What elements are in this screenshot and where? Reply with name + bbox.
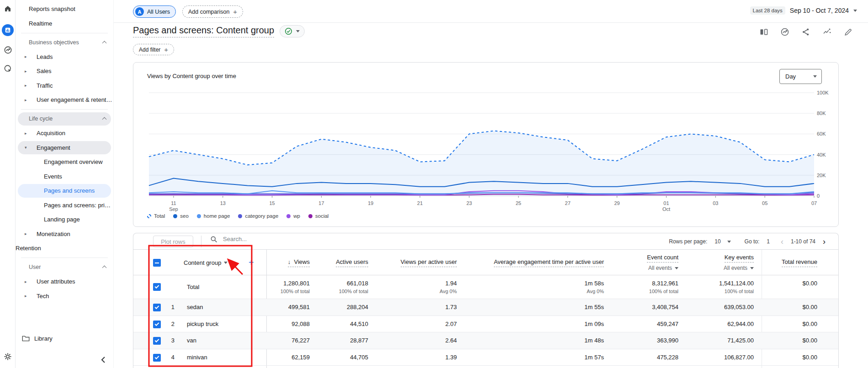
row-cell: 28,877 xyxy=(350,332,368,349)
item-label: Realtime xyxy=(29,20,52,27)
collapse-sidebar-icon[interactable] xyxy=(101,356,107,365)
sidebar-item-engagement-overview[interactable]: Engagement overview xyxy=(16,155,113,169)
customize-report-pencil-icon[interactable] xyxy=(844,28,852,37)
sidebar-item-traffic[interactable]: ▸Traffic xyxy=(16,79,113,93)
svg-text:17: 17 xyxy=(318,200,324,206)
page-range-label: 1-10 of 74 xyxy=(791,238,815,245)
svg-text:Oct: Oct xyxy=(662,206,670,212)
reports-icon[interactable] xyxy=(0,24,16,36)
total-cell: $0.00 xyxy=(802,280,817,287)
metric-filter-select[interactable]: All events xyxy=(724,265,754,271)
sidebar-item-landing-page[interactable]: Landing page xyxy=(16,212,113,227)
row-checkbox[interactable] xyxy=(153,321,161,328)
sidebar-item-monetization[interactable]: ▸Monetization xyxy=(16,227,113,242)
sidebar-item-business-objectives[interactable]: Business objectives xyxy=(16,35,113,50)
sidebar-item-tech[interactable]: ▸Tech xyxy=(16,289,113,304)
date-range-picker[interactable]: Last 28 days Sep 10 - Oct 7, 2024 xyxy=(750,6,857,15)
add-comparison-button[interactable]: Add comparison + xyxy=(182,5,243,18)
sidebar-item-library[interactable]: Library xyxy=(16,331,114,346)
item-label: Business objectives xyxy=(29,39,79,46)
chevron-collapsed-icon[interactable]: ▸ xyxy=(25,294,27,298)
add-filter-label: Add filter xyxy=(139,47,160,53)
sidebar-item-events[interactable]: Events xyxy=(16,169,113,184)
compare-reports-icon[interactable] xyxy=(759,27,768,37)
row-checkbox[interactable] xyxy=(153,283,161,291)
chevron-collapsed-icon[interactable]: ▸ xyxy=(25,54,27,59)
total-cell: 1m 58sAvg 0% xyxy=(584,280,604,294)
column-header-active-users[interactable]: Active users xyxy=(336,250,368,275)
sidebar-item-pages-and-screens[interactable]: Pages and screens xyxy=(16,184,113,198)
explore-icon[interactable] xyxy=(0,64,16,73)
table-header-row: Content group + ↓ ViewsActive usersViews… xyxy=(133,250,838,275)
chevron-expanded-icon[interactable]: ▾ xyxy=(25,145,27,150)
chevron-collapsed-icon[interactable]: ▸ xyxy=(25,98,27,102)
insights-circle-icon[interactable] xyxy=(780,27,789,37)
column-header-event-count[interactable]: Event countAll events xyxy=(647,250,678,275)
chevron-collapsed-icon[interactable]: ▸ xyxy=(25,279,27,284)
share-icon[interactable] xyxy=(801,27,810,37)
sidebar-item-life-cycle[interactable]: Life cycle xyxy=(16,112,113,126)
row-checkbox[interactable] xyxy=(153,354,161,362)
prev-page-icon[interactable]: ‹ xyxy=(781,237,783,246)
sidebar-divider xyxy=(21,258,108,258)
legend-item-home-page[interactable]: home page xyxy=(197,213,230,219)
rows-per-page-select[interactable]: 10 xyxy=(715,238,730,245)
add-dimension-button[interactable]: + xyxy=(249,250,254,275)
row-checkbox[interactable] xyxy=(153,304,161,311)
chevron-collapsed-icon[interactable]: ▸ xyxy=(25,83,27,88)
table-row-sedan[interactable]: 1sedan499,581288,2041.731m 55s3,408,7546… xyxy=(133,299,838,316)
go-to-input[interactable]: 1 xyxy=(767,238,770,245)
legend-item-seo[interactable]: seo xyxy=(173,213,189,219)
insights-sparkline-icon[interactable] xyxy=(822,27,832,37)
line-chart-plot: 100K80K60K40K20K011Sep131517192123252729… xyxy=(133,63,839,227)
plot-rows-button[interactable]: Plot rows xyxy=(153,236,193,247)
home-icon[interactable] xyxy=(0,5,16,13)
row-cell: 1.39 xyxy=(445,349,457,366)
legend-item-category-page[interactable]: category page xyxy=(238,213,278,219)
chevron-up-icon[interactable] xyxy=(102,266,107,270)
svg-text:21: 21 xyxy=(417,200,423,206)
row-cell: $0.00 xyxy=(802,299,817,315)
sidebar-item-reports-snapshot[interactable]: Reports snapshot xyxy=(16,2,113,16)
sidebar-item-realtime[interactable]: Realtime xyxy=(16,16,113,31)
all-users-segment-pill[interactable]: A All Users xyxy=(133,5,176,18)
sidebar-item-pages-and-screens-primar[interactable]: Pages and screens: primar... xyxy=(16,198,113,213)
chevron-collapsed-icon[interactable]: ▸ xyxy=(25,69,27,74)
sidebar-item-engagement[interactable]: ▾Engagement xyxy=(16,141,113,155)
column-header-views-per-active-user[interactable]: Views per active user xyxy=(401,250,457,275)
next-page-icon[interactable]: › xyxy=(823,237,826,246)
date-preset-badge: Last 28 days xyxy=(750,6,785,15)
sidebar-item-user-engagement-retention[interactable]: ▸User engagement & retention xyxy=(16,93,113,107)
table-row-van[interactable]: 3van76,22728,8772.641m 48s363,99071,425.… xyxy=(133,332,838,349)
metric-filter-select[interactable]: All events xyxy=(648,265,678,271)
sidebar-item-acquisition[interactable]: ▸Acquisition xyxy=(16,126,113,141)
sidebar-item-user-attributes[interactable]: ▸User attributes xyxy=(16,274,113,289)
chevron-up-icon[interactable] xyxy=(102,41,107,45)
table-row-minivan[interactable]: 4minivan62,15944,7051.391m 57s475,228106… xyxy=(133,349,838,366)
legend-item-total[interactable]: Total xyxy=(147,213,165,219)
legend-item-social[interactable]: social xyxy=(308,213,328,219)
column-header-views[interactable]: ↓ Views xyxy=(288,250,310,275)
column-header-key-events[interactable]: Key eventsAll events xyxy=(724,250,754,275)
dimension-header[interactable]: Content group xyxy=(184,250,228,275)
column-header-total-revenue[interactable]: Total revenue xyxy=(782,250,817,275)
legend-item-wp[interactable]: wp xyxy=(286,213,300,219)
chevron-collapsed-icon[interactable]: ▸ xyxy=(25,231,27,236)
select-all-checkbox[interactable] xyxy=(153,259,161,267)
report-status-badge[interactable] xyxy=(280,25,305,37)
add-filter-button[interactable]: Add filter + xyxy=(133,44,174,55)
advertising-icon[interactable] xyxy=(0,46,16,54)
table-row-pickup-truck[interactable]: 2pickup truck92,08844,5102.071m 09s459,2… xyxy=(133,316,838,333)
settings-gear-icon[interactable] xyxy=(0,352,16,361)
svg-text:01: 01 xyxy=(663,200,669,206)
column-header-average-engagement-time-per-active-user[interactable]: Average engagement time per active user xyxy=(494,250,604,275)
sidebar-item-retention[interactable]: Retention xyxy=(16,241,113,256)
search-input[interactable] xyxy=(222,235,313,243)
row-checkbox[interactable] xyxy=(153,337,161,345)
sidebar-item-user[interactable]: User xyxy=(16,260,113,275)
row-dimension-value: minivan xyxy=(187,349,207,366)
chevron-collapsed-icon[interactable]: ▸ xyxy=(25,131,27,136)
sidebar-item-sales[interactable]: ▸Sales xyxy=(16,64,113,79)
sidebar-item-leads[interactable]: ▸Leads xyxy=(16,50,113,64)
table-total-row: Total 1,280,801100% of total661,018100% … xyxy=(133,275,838,299)
